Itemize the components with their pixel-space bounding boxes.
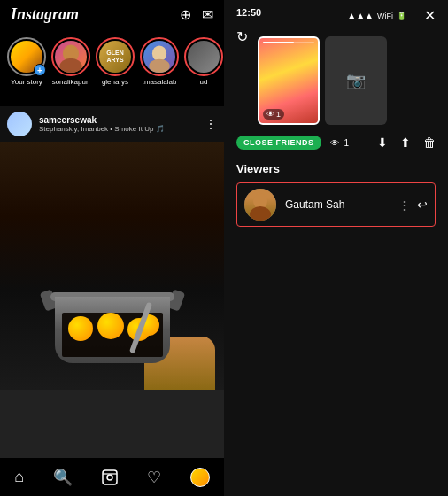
download-icon[interactable]: ⬇ — [377, 136, 388, 150]
right-panel: 12:50 ▲▲▲ WiFi 🔋 ✕ ↻ 👁 1 📷 — [224, 0, 448, 496]
viewer-avatar — [244, 189, 276, 221]
pot-body — [55, 297, 170, 363]
add-post-icon[interactable]: ⊕ — [180, 6, 191, 23]
story-ring-masalalab — [140, 37, 179, 76]
svg-point-5 — [107, 475, 112, 480]
story-item-masalalab[interactable]: .masalalab — [140, 37, 179, 86]
story-ring-sonalikapuri — [51, 37, 90, 76]
story-item-glenarys[interactable]: GLENARYS glenarys — [96, 37, 135, 86]
story-preview-area: ↻ 👁 1 📷 — [224, 31, 448, 130]
story-ring-glenarys: GLENARYS — [96, 37, 135, 76]
story-ring-user4 — [184, 37, 223, 76]
story-viewer-count: 👁 1 — [263, 109, 284, 120]
your-story-label: Your story — [11, 78, 42, 86]
viewer-face — [244, 189, 276, 221]
post-subtitle: Stephanskiy, Imanbek • Smoke It Up 🎵 — [39, 125, 197, 133]
close-friends-badge: CLOSE FRIENDS — [236, 136, 321, 150]
messages-icon[interactable]: ✉ — [202, 6, 213, 23]
story-avatar-sonalikapuri — [55, 41, 87, 73]
story-thumb-secondary: 📷 — [325, 36, 387, 125]
nav-search-icon[interactable]: 🔍 — [53, 468, 73, 487]
close-button[interactable]: ✕ — [424, 7, 436, 24]
share-icon[interactable]: ⬆ — [400, 136, 411, 150]
story-item-user4[interactable]: ud — [184, 37, 223, 86]
viewer-more-icon[interactable]: ⋮ — [398, 198, 410, 212]
svg-point-8 — [250, 206, 271, 221]
story-progress-fill — [263, 42, 294, 43]
right-header: 12:50 ▲▲▲ WiFi 🔋 ✕ — [224, 0, 448, 31]
right-time: 12:50 — [236, 7, 261, 18]
close-friends-row: CLOSE FRIENDS 👁 1 ⬇ ⬆ 🗑 — [224, 130, 448, 155]
story-thumb-container: 👁 1 — [258, 36, 320, 125]
post-header: sameersewak Stephanskiy, Imanbek • Smoke… — [0, 106, 224, 142]
refresh-icon[interactable]: ↻ — [236, 28, 248, 45]
nav-reels-icon[interactable] — [101, 469, 119, 486]
left-panel: sameersewak Stephanskiy, Imanbek • Smoke… — [0, 0, 224, 496]
post-username: sameersewak — [39, 115, 197, 125]
left-header: Instagram ⊕ ✉ — [0, 0, 224, 29]
svg-rect-4 — [103, 470, 117, 484]
cooking-scene — [0, 142, 224, 390]
story-item-your-story[interactable]: + Your story — [7, 37, 46, 86]
camera-icon: 📷 — [346, 71, 366, 90]
viewer-name: Gautam Sah — [285, 198, 390, 211]
story-camera-thumb[interactable]: 📷 — [325, 36, 387, 125]
nav-home-icon[interactable]: ⌂ — [14, 468, 24, 486]
signal-icon: ▲▲▲ — [347, 11, 374, 20]
instagram-logo: Instagram — [11, 5, 79, 24]
viewer-actions: ⋮ ↩ — [398, 198, 428, 212]
nav-profile-icon[interactable] — [190, 468, 210, 487]
right-status-icons: ▲▲▲ WiFi 🔋 — [347, 11, 406, 20]
story-avatar-masalalab — [143, 41, 175, 73]
viewer-face-svg — [244, 189, 276, 221]
bottom-nav: ⌂ 🔍 ♡ — [0, 457, 224, 496]
action-icons-row: ⬇ ⬆ 🗑 — [377, 136, 436, 150]
viewers-section: Viewers Gautam Sah ⋮ ↩ — [224, 155, 448, 230]
story-label-masalalab: .masalalab — [143, 78, 177, 86]
post-user-info: sameersewak Stephanskiy, Imanbek • Smoke… — [39, 115, 197, 133]
masala-face-svg — [143, 41, 175, 73]
nav-likes-icon[interactable]: ♡ — [147, 468, 161, 487]
story-progress-bar — [263, 42, 314, 43]
story-label-sonalikapuri: sonalikapuri — [52, 78, 90, 86]
face-svg — [55, 41, 87, 73]
reply-icon[interactable]: ↩ — [417, 198, 428, 212]
svg-point-1 — [59, 58, 81, 73]
egg-yolk-1 — [68, 316, 93, 341]
viewers-title: Viewers — [236, 162, 436, 175]
cooking-pot — [55, 283, 170, 363]
add-story-button[interactable]: + — [34, 64, 46, 76]
close-friends-count: 1 — [344, 138, 350, 148]
post-image — [0, 142, 224, 390]
egg-yolk-2 — [97, 313, 124, 339]
header-icons: ⊕ ✉ — [180, 6, 213, 23]
story-thumb-active[interactable]: 👁 1 — [258, 36, 320, 125]
glenarys-text: GLENARYS — [106, 50, 123, 65]
reels-svg — [101, 469, 119, 486]
feed-post: sameersewak Stephanskiy, Imanbek • Smoke… — [0, 106, 224, 457]
wifi-icon: WiFi — [377, 12, 393, 20]
story-item-sonalikapuri[interactable]: sonalikapuri — [51, 37, 90, 86]
viewer-row: Gautam Sah ⋮ ↩ — [236, 182, 436, 227]
post-avatar — [7, 112, 32, 136]
svg-point-3 — [149, 59, 169, 73]
cf-eye-icon: 👁 — [330, 138, 339, 148]
story-avatar-user4 — [188, 41, 220, 73]
post-more-icon[interactable]: ⋮ — [205, 117, 217, 131]
your-story-ring: + — [7, 37, 46, 76]
delete-icon[interactable]: 🗑 — [423, 136, 436, 150]
eye-icon-small: 👁 — [266, 110, 274, 119]
story-label-user4: ud — [200, 78, 208, 86]
battery-icon: 🔋 — [397, 12, 406, 20]
story-avatar-glenarys: GLENARYS — [99, 41, 131, 73]
viewer-count-text: 1 — [276, 110, 281, 119]
story-label-glenarys: glenarys — [102, 78, 128, 86]
close-friends-label: CLOSE FRIENDS — [243, 138, 314, 147]
